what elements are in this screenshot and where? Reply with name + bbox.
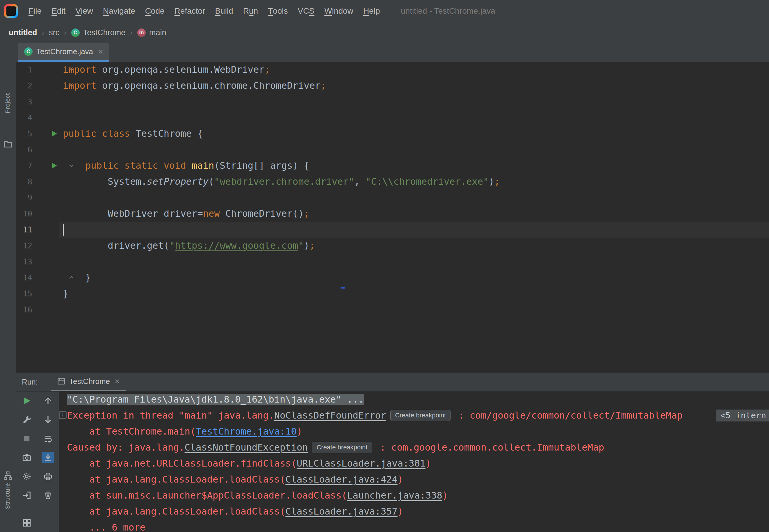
run-icon[interactable]: [20, 395, 33, 407]
console-text: at sun.misc.Launcher$AppClassLoader.load…: [67, 490, 347, 501]
menu-label-part: uild: [220, 6, 233, 16]
run-tab-testchrome[interactable]: TestChrome ×: [51, 373, 126, 391]
run-toolbar: [16, 392, 59, 532]
code-line: 9: [16, 190, 769, 206]
structure-icon[interactable]: [3, 471, 13, 481]
code-text: public static void main(String[] args) {: [63, 158, 309, 174]
stack-trace-link[interactable]: URLClassLoader.java:381: [297, 458, 426, 469]
close-run-tab-icon[interactable]: ×: [115, 377, 120, 386]
editor[interactable]: 1import org.openqa.selenium.WebDriver;2i…: [16, 62, 769, 373]
code-token: org.openqa.selenium.chrome.ChromeDriver: [97, 80, 321, 91]
menu-mnemonic: N: [103, 6, 109, 16]
line-number[interactable]: 6: [16, 142, 32, 158]
stack-trace-link[interactable]: ClassNotFoundException: [185, 442, 308, 453]
sidebar-item-structure[interactable]: Structure: [4, 483, 11, 509]
run-arrow-icon[interactable]: [50, 130, 58, 138]
code-token: ): [489, 176, 494, 187]
breadcrumb-item-main[interactable]: mmain: [137, 28, 166, 37]
menu-item-help[interactable]: Help: [358, 0, 385, 22]
menu-item-edit[interactable]: Edit: [47, 0, 70, 22]
close-tab-icon[interactable]: ×: [98, 47, 103, 56]
line-number[interactable]: 10: [16, 206, 32, 222]
grid-icon[interactable]: [20, 517, 33, 529]
line-number[interactable]: 16: [16, 302, 32, 318]
breadcrumb-item-testchrome[interactable]: CTestChrome: [71, 28, 126, 37]
fold-toggle-icon[interactable]: +: [59, 411, 67, 419]
menu-item-file[interactable]: File: [24, 0, 47, 22]
code-token: TestChrome {: [130, 128, 203, 139]
printer-icon[interactable]: [42, 471, 54, 482]
run-toolbar-col1: [16, 392, 37, 532]
line-number[interactable]: 8: [16, 174, 32, 190]
line-number[interactable]: 13: [16, 254, 32, 270]
folded-lines-chip[interactable]: <5 intern: [716, 410, 769, 421]
console-text: ): [426, 458, 431, 469]
editor-tab-label: TestChrome.java: [36, 47, 93, 56]
code-token: [97, 128, 102, 139]
breadcrumb-item-src[interactable]: src: [49, 28, 59, 37]
camera-icon[interactable]: [20, 452, 33, 463]
menu-item-refactor[interactable]: Refactor: [170, 0, 210, 22]
soft-wrap-icon[interactable]: [42, 433, 54, 444]
line-number[interactable]: 15: [16, 286, 32, 302]
line-number[interactable]: 3: [16, 94, 32, 110]
code-token: class: [102, 128, 130, 139]
menu-item-vcs[interactable]: VCS: [293, 0, 320, 22]
line-number[interactable]: 5: [16, 126, 32, 142]
code-token: main: [192, 160, 214, 171]
line-number[interactable]: 4: [16, 110, 32, 126]
console-line: at java.lang.ClassLoader.loadClass(Class…: [59, 471, 769, 487]
url-link[interactable]: https://www.google.com: [175, 240, 298, 251]
menu-label-part: ile: [33, 6, 42, 16]
folder-icon[interactable]: [3, 139, 13, 149]
code-token: ": [169, 240, 175, 251]
create-breakpoint-button[interactable]: Create breakpoint: [390, 410, 451, 421]
menu-item-build[interactable]: Build: [210, 0, 238, 22]
console-line: ... 6 more: [59, 519, 769, 532]
stack-trace-link[interactable]: Launcher.java:338: [347, 490, 442, 501]
code-token: "C:\\chromedriver.exe": [365, 176, 489, 187]
editor-tab-testchrome[interactable]: C TestChrome.java ×: [18, 43, 109, 62]
line-number[interactable]: 14: [16, 270, 32, 286]
menu-item-view[interactable]: View: [70, 0, 98, 22]
wrench-icon[interactable]: [20, 414, 33, 426]
exit-icon[interactable]: [20, 490, 33, 501]
code-line: 12 driver.get("https://www.google.com");: [16, 238, 769, 254]
line-number[interactable]: 11: [16, 222, 32, 238]
scroll-to-end-icon[interactable]: [42, 452, 54, 463]
menu-item-window[interactable]: Window: [319, 0, 358, 22]
run-arrow-icon[interactable]: [50, 162, 58, 170]
code-token: public: [85, 160, 119, 171]
line-number[interactable]: 1: [16, 62, 32, 78]
run-panel-header: Run: TestChrome ×: [16, 373, 769, 392]
line-number[interactable]: 9: [16, 190, 32, 206]
menu-mnemonic: C: [145, 6, 151, 16]
create-breakpoint-button[interactable]: Create breakpoint: [312, 442, 372, 453]
breadcrumb: untitled›src›CTestChrome›mmain: [0, 22, 769, 43]
line-number[interactable]: 7: [16, 158, 32, 174]
code-token: (: [209, 176, 214, 187]
stack-trace-link[interactable]: NoClassDefFoundError: [274, 410, 386, 421]
sidebar-item-project[interactable]: Project: [4, 93, 11, 113]
code-line: 16: [16, 302, 769, 318]
console[interactable]: "C:\Program Files\Java\jdk1.8.0_162\bin\…: [59, 392, 769, 532]
up-arrow-icon[interactable]: [42, 395, 54, 407]
code-token: }: [63, 288, 68, 299]
trash-icon[interactable]: [42, 490, 54, 501]
breadcrumb-item-untitled[interactable]: untitled: [9, 28, 37, 37]
down-arrow-icon[interactable]: [42, 414, 54, 426]
code-token: import: [63, 80, 97, 91]
gear-icon[interactable]: [20, 471, 33, 482]
menu-item-run[interactable]: Run: [238, 0, 263, 22]
menu-item-tools[interactable]: Tools: [263, 0, 293, 22]
stack-trace-link[interactable]: TestChrome.java:10: [196, 426, 297, 437]
stack-trace-link[interactable]: ClassLoader.java:424: [285, 474, 397, 485]
menu-item-code[interactable]: Code: [140, 0, 170, 22]
line-number[interactable]: 12: [16, 238, 32, 254]
stop-icon[interactable]: [20, 433, 33, 444]
menu-item-navigate[interactable]: Navigate: [98, 0, 140, 22]
code-line: 14 }: [16, 270, 769, 286]
console-line: at sun.misc.Launcher$AppClassLoader.load…: [59, 487, 769, 503]
line-number[interactable]: 2: [16, 78, 32, 94]
stack-trace-link[interactable]: ClassLoader.java:357: [285, 506, 397, 517]
